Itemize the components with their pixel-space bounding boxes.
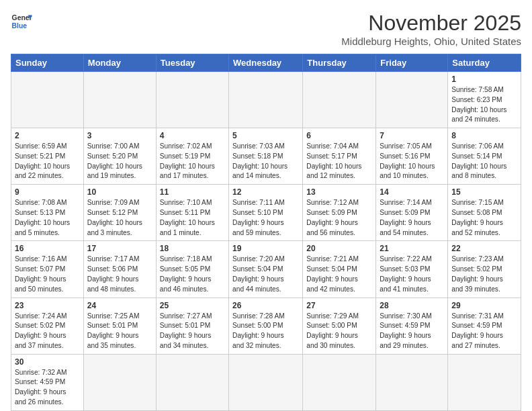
day-number: 3 [87, 131, 152, 140]
day-sun-info: Sunrise: 7:31 AM Sunset: 4:59 PM Dayligh… [451, 312, 517, 351]
day-number: 1 [451, 75, 517, 84]
day-sun-info: Sunrise: 7:30 AM Sunset: 4:59 PM Dayligh… [380, 312, 444, 351]
day-number: 12 [232, 187, 299, 197]
calendar-cell [376, 354, 448, 410]
day-sun-info: Sunrise: 7:17 AM Sunset: 5:06 PM Dayligh… [87, 255, 152, 294]
day-number: 22 [451, 244, 517, 253]
col-header-thursday: Thursday [303, 54, 376, 72]
day-sun-info: Sunrise: 7:08 AM Sunset: 5:13 PM Dayligh… [15, 198, 80, 238]
day-sun-info: Sunrise: 7:14 AM Sunset: 5:09 PM Dayligh… [380, 198, 444, 238]
calendar-cell: 20Sunrise: 7:21 AM Sunset: 5:04 PM Dayli… [303, 241, 376, 298]
page-header: General Blue November 2025 Middleburg He… [11, 11, 521, 47]
calendar-header-row: SundayMondayTuesdayWednesdayThursdayFrid… [11, 54, 521, 72]
calendar-cell [376, 72, 448, 128]
day-number: 10 [87, 187, 152, 197]
calendar-cell [448, 354, 521, 410]
month-year-title: November 2025 [341, 11, 521, 36]
calendar-cell: 27Sunrise: 7:29 AM Sunset: 5:00 PM Dayli… [303, 298, 376, 354]
day-number: 27 [306, 301, 372, 310]
calendar-cell: 13Sunrise: 7:12 AM Sunset: 5:09 PM Dayli… [303, 185, 376, 241]
calendar-cell: 10Sunrise: 7:09 AM Sunset: 5:12 PM Dayli… [83, 185, 156, 241]
location-subtitle: Middleburg Heights, Ohio, United States [341, 36, 521, 47]
calendar-cell: 23Sunrise: 7:24 AM Sunset: 5:02 PM Dayli… [11, 298, 84, 354]
day-sun-info: Sunrise: 7:04 AM Sunset: 5:17 PM Dayligh… [306, 142, 372, 181]
calendar-cell: 12Sunrise: 7:11 AM Sunset: 5:10 PM Dayli… [229, 185, 303, 241]
calendar-cell: 3Sunrise: 7:00 AM Sunset: 5:20 PM Daylig… [83, 128, 156, 185]
calendar-cell: 16Sunrise: 7:16 AM Sunset: 5:07 PM Dayli… [11, 241, 84, 298]
calendar-table: SundayMondayTuesdayWednesdayThursdayFrid… [11, 54, 521, 411]
day-sun-info: Sunrise: 7:09 AM Sunset: 5:12 PM Dayligh… [87, 198, 152, 238]
day-sun-info: Sunrise: 7:11 AM Sunset: 5:10 PM Dayligh… [232, 198, 299, 238]
calendar-cell: 9Sunrise: 7:08 AM Sunset: 5:13 PM Daylig… [11, 185, 84, 241]
calendar-cell: 11Sunrise: 7:10 AM Sunset: 5:11 PM Dayli… [156, 185, 228, 241]
calendar-cell [303, 354, 376, 410]
day-sun-info: Sunrise: 7:16 AM Sunset: 5:07 PM Dayligh… [15, 255, 80, 294]
day-number: 8 [451, 131, 517, 140]
day-sun-info: Sunrise: 7:18 AM Sunset: 5:05 PM Dayligh… [160, 255, 225, 294]
day-sun-info: Sunrise: 7:24 AM Sunset: 5:02 PM Dayligh… [15, 312, 80, 351]
day-number: 28 [380, 301, 444, 310]
col-header-tuesday: Tuesday [156, 54, 228, 72]
calendar-cell [11, 72, 84, 128]
svg-text:Blue: Blue [12, 22, 28, 30]
day-sun-info: Sunrise: 7:28 AM Sunset: 5:00 PM Dayligh… [232, 312, 299, 351]
calendar-cell [229, 354, 303, 410]
calendar-cell: 29Sunrise: 7:31 AM Sunset: 4:59 PM Dayli… [448, 298, 521, 354]
calendar-cell: 2Sunrise: 6:59 AM Sunset: 5:21 PM Daylig… [11, 128, 84, 185]
day-number: 23 [15, 301, 80, 310]
calendar-cell: 26Sunrise: 7:28 AM Sunset: 5:00 PM Dayli… [229, 298, 303, 354]
day-number: 26 [232, 301, 299, 310]
calendar-cell: 22Sunrise: 7:23 AM Sunset: 5:02 PM Dayli… [448, 241, 521, 298]
day-sun-info: Sunrise: 7:12 AM Sunset: 5:09 PM Dayligh… [306, 198, 372, 238]
day-sun-info: Sunrise: 6:59 AM Sunset: 5:21 PM Dayligh… [15, 142, 80, 181]
calendar-cell: 19Sunrise: 7:20 AM Sunset: 5:04 PM Dayli… [229, 241, 303, 298]
calendar-week-row: 9Sunrise: 7:08 AM Sunset: 5:13 PM Daylig… [11, 185, 521, 241]
col-header-wednesday: Wednesday [229, 54, 303, 72]
day-number: 6 [306, 131, 372, 140]
day-number: 21 [380, 244, 444, 253]
day-number: 14 [380, 187, 444, 197]
day-sun-info: Sunrise: 7:15 AM Sunset: 5:08 PM Dayligh… [451, 198, 517, 238]
day-sun-info: Sunrise: 7:02 AM Sunset: 5:19 PM Dayligh… [160, 142, 225, 181]
day-sun-info: Sunrise: 7:05 AM Sunset: 5:16 PM Dayligh… [380, 142, 444, 181]
day-number: 20 [306, 244, 372, 253]
day-number: 24 [87, 301, 152, 310]
calendar-cell: 8Sunrise: 7:06 AM Sunset: 5:14 PM Daylig… [448, 128, 521, 185]
day-sun-info: Sunrise: 7:32 AM Sunset: 4:59 PM Dayligh… [15, 368, 80, 408]
day-sun-info: Sunrise: 7:25 AM Sunset: 5:01 PM Dayligh… [87, 312, 152, 351]
day-sun-info: Sunrise: 7:23 AM Sunset: 5:02 PM Dayligh… [451, 255, 517, 294]
col-header-sunday: Sunday [11, 54, 84, 72]
day-sun-info: Sunrise: 7:21 AM Sunset: 5:04 PM Dayligh… [306, 255, 372, 294]
calendar-week-row: 30Sunrise: 7:32 AM Sunset: 4:59 PM Dayli… [11, 354, 521, 410]
calendar-week-row: 2Sunrise: 6:59 AM Sunset: 5:21 PM Daylig… [11, 128, 521, 185]
calendar-week-row: 1Sunrise: 7:58 AM Sunset: 6:23 PM Daylig… [11, 72, 521, 128]
generalblue-logo-icon: General Blue [11, 11, 32, 32]
col-header-monday: Monday [83, 54, 156, 72]
day-number: 13 [306, 187, 372, 197]
day-number: 30 [15, 357, 80, 367]
day-sun-info: Sunrise: 7:58 AM Sunset: 6:23 PM Dayligh… [451, 85, 517, 125]
calendar-cell [229, 72, 303, 128]
day-sun-info: Sunrise: 7:27 AM Sunset: 5:01 PM Dayligh… [160, 312, 225, 351]
day-number: 16 [15, 244, 80, 253]
day-number: 29 [451, 301, 517, 310]
calendar-cell [83, 354, 156, 410]
day-sun-info: Sunrise: 7:29 AM Sunset: 5:00 PM Dayligh… [306, 312, 372, 351]
day-number: 18 [160, 244, 225, 253]
logo: General Blue [11, 11, 32, 32]
day-number: 15 [451, 187, 517, 197]
day-number: 9 [15, 187, 80, 197]
col-header-saturday: Saturday [448, 54, 521, 72]
calendar-cell [303, 72, 376, 128]
calendar-week-row: 16Sunrise: 7:16 AM Sunset: 5:07 PM Dayli… [11, 241, 521, 298]
day-number: 19 [232, 244, 299, 253]
calendar-week-row: 23Sunrise: 7:24 AM Sunset: 5:02 PM Dayli… [11, 298, 521, 354]
day-number: 11 [160, 187, 225, 197]
day-number: 7 [380, 131, 444, 140]
calendar-cell: 6Sunrise: 7:04 AM Sunset: 5:17 PM Daylig… [303, 128, 376, 185]
day-number: 4 [160, 131, 225, 140]
calendar-cell: 4Sunrise: 7:02 AM Sunset: 5:19 PM Daylig… [156, 128, 228, 185]
calendar-cell: 24Sunrise: 7:25 AM Sunset: 5:01 PM Dayli… [83, 298, 156, 354]
calendar-cell: 7Sunrise: 7:05 AM Sunset: 5:16 PM Daylig… [376, 128, 448, 185]
calendar-cell: 17Sunrise: 7:17 AM Sunset: 5:06 PM Dayli… [83, 241, 156, 298]
